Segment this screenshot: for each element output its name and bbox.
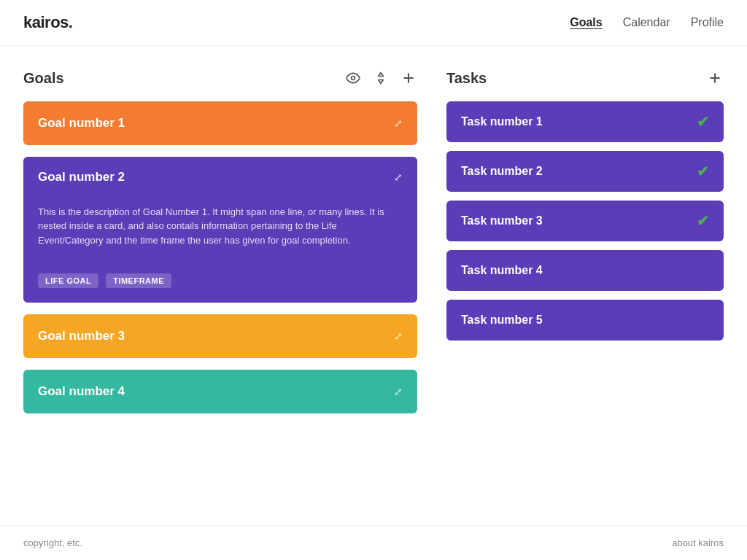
footer-left: copyright, etc. — [23, 537, 82, 548]
goal-3-expand-icon: ⤢ — [394, 330, 403, 342]
task-card-3[interactable]: Task number 3 ✔ — [446, 201, 724, 241]
goal-2-expand-icon: ⤢ — [394, 171, 403, 183]
goal-3-title: Goal number 3 — [38, 329, 125, 343]
task-2-title: Task number 2 — [461, 165, 543, 178]
task-card-1[interactable]: Task number 1 ✔ — [446, 101, 724, 142]
tasks-toolbar — [706, 69, 724, 87]
tasks-title: Tasks — [446, 70, 706, 87]
footer-right: about kairos — [672, 537, 724, 548]
sort-button[interactable] — [372, 69, 390, 87]
main-content: Goals — [0, 46, 747, 525]
task-4-title: Task number 4 — [461, 264, 543, 277]
goal-2-header-row: Goal number 2 ⤢ — [38, 170, 403, 184]
goal-card-3[interactable]: Goal number 3 ⤢ — [23, 314, 417, 358]
task-card-2[interactable]: Task number 2 ✔ — [446, 151, 724, 192]
goal-2-description: This is the description of Goal Number 1… — [38, 205, 403, 248]
task-plus-icon — [708, 71, 722, 85]
tasks-header: Tasks — [446, 69, 724, 87]
app-logo: kairos. — [23, 13, 72, 32]
task-2-check: ✔ — [697, 163, 709, 180]
goal-1-expand-icon: ⤢ — [394, 117, 403, 129]
task-card-4[interactable]: Task number 4 — [446, 250, 724, 291]
eye-button[interactable] — [344, 69, 362, 87]
plus-icon — [401, 71, 416, 85]
task-1-check: ✔ — [697, 113, 709, 131]
add-goal-button[interactable] — [400, 69, 417, 87]
add-task-button[interactable] — [706, 69, 724, 87]
header: kairos. Goals Calendar Profile — [0, 0, 747, 46]
sort-icon — [374, 71, 388, 85]
goal-card-4[interactable]: Goal number 4 ⤢ — [23, 370, 417, 413]
eye-icon — [346, 71, 360, 85]
goal-2-tags: LIFE GOAL TIMEFRAME — [38, 273, 171, 288]
goals-header: Goals — [23, 69, 417, 87]
footer: copyright, etc. about kairos — [0, 525, 747, 560]
goal-card-2[interactable]: Goal number 2 ⤢ This is the description … — [23, 157, 417, 303]
goals-title: Goals — [23, 70, 344, 87]
goal-4-expand-icon: ⤢ — [394, 386, 403, 397]
goal-2-title: Goal number 2 — [38, 170, 125, 184]
goal-2-tag-1: TIMEFRAME — [106, 273, 171, 288]
task-3-title: Task number 3 — [461, 214, 543, 228]
tasks-column: Tasks Task number 1 ✔ Task number 2 ✔ Ta… — [446, 69, 724, 481]
goal-2-tag-0: LIFE GOAL — [38, 273, 98, 288]
goals-column: Goals — [23, 69, 417, 481]
task-1-title: Task number 1 — [461, 115, 543, 128]
goal-1-title: Goal number 1 — [38, 116, 125, 131]
main-nav: Goals Calendar Profile — [570, 16, 724, 29]
goal-4-title: Goal number 4 — [38, 384, 125, 399]
svg-point-0 — [352, 77, 355, 80]
nav-calendar[interactable]: Calendar — [623, 16, 670, 29]
nav-profile[interactable]: Profile — [691, 16, 724, 29]
goal-card-1[interactable]: Goal number 1 ⤢ — [23, 101, 417, 145]
task-card-5[interactable]: Task number 5 — [446, 300, 724, 341]
goals-toolbar — [344, 69, 417, 87]
task-3-check: ✔ — [697, 212, 709, 230]
task-5-title: Task number 5 — [461, 314, 543, 327]
nav-goals[interactable]: Goals — [570, 16, 602, 29]
